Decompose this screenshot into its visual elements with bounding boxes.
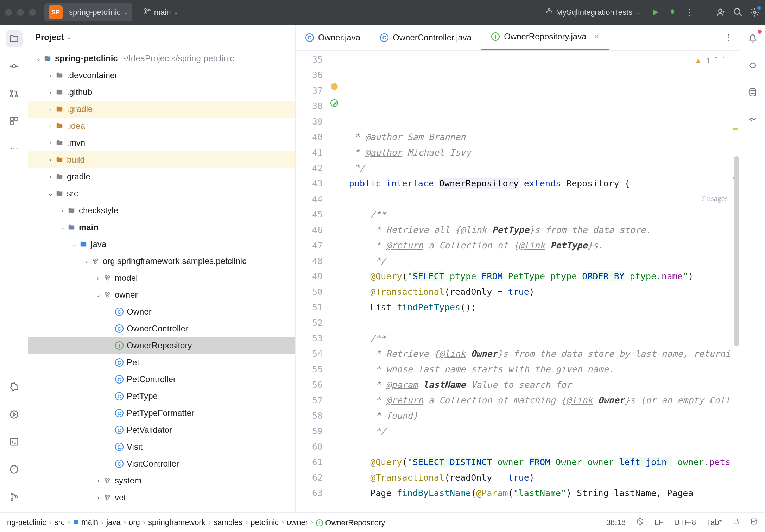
project-selector[interactable]: SP spring-petclinic ⌄ bbox=[44, 3, 132, 21]
tree-node[interactable]: ›model bbox=[28, 270, 295, 286]
tree-node[interactable]: ›.mvn bbox=[28, 134, 295, 151]
prev-highlight-icon[interactable]: ˄ bbox=[714, 53, 718, 68]
tree-node[interactable]: ⌄main bbox=[28, 219, 295, 236]
tree-arrow[interactable]: › bbox=[47, 89, 53, 96]
problems-toolwindow-button[interactable] bbox=[6, 461, 23, 478]
tree-arrow[interactable]: ⌄ bbox=[83, 257, 89, 265]
project-toolwindow-button[interactable] bbox=[6, 30, 23, 47]
terminal-toolwindow-button[interactable] bbox=[6, 433, 23, 450]
window-controls[interactable] bbox=[5, 9, 36, 16]
code-with-me-button[interactable] bbox=[716, 7, 726, 18]
tree-node[interactable]: IOwnerRepository bbox=[28, 337, 295, 354]
breadcrumb-item[interactable]: petclinic bbox=[251, 518, 278, 527]
tree-node[interactable]: CPet bbox=[28, 354, 295, 371]
indent-settings[interactable]: Tab* bbox=[707, 518, 722, 527]
tree-node[interactable]: CPetController bbox=[28, 371, 295, 388]
notifications-button[interactable] bbox=[744, 30, 761, 47]
tree-node[interactable]: ›.idea bbox=[28, 118, 295, 134]
tree-node[interactable]: CVisit bbox=[28, 438, 295, 455]
breadcrumb-item[interactable]: main bbox=[73, 518, 98, 527]
minimize-window[interactable] bbox=[17, 9, 24, 16]
close-window[interactable] bbox=[5, 9, 12, 16]
tree-node[interactable]: ›checkstyle bbox=[28, 202, 295, 219]
tree-node[interactable]: ⌄java bbox=[28, 236, 295, 253]
tree-arrow[interactable]: › bbox=[47, 156, 53, 164]
ai-assistant-button[interactable] bbox=[744, 57, 761, 74]
run-config-selector[interactable]: MySqlIntegrationTests ⌄ bbox=[541, 5, 644, 20]
debug-button[interactable] bbox=[667, 7, 678, 18]
editor-tabs-more[interactable]: ⋮ bbox=[718, 25, 740, 50]
breadcrumb-item[interactable]: org bbox=[129, 518, 140, 527]
more-actions-button[interactable]: ⋮ bbox=[684, 7, 695, 18]
tree-arrow[interactable]: › bbox=[47, 122, 53, 130]
editor-gutter[interactable]: 3536373839404142434445464748495051525354… bbox=[296, 51, 329, 512]
code-editor[interactable]: 3536373839404142434445464748495051525354… bbox=[296, 51, 740, 512]
tree-arrow[interactable]: › bbox=[95, 274, 101, 282]
tree-arrow[interactable]: ⌄ bbox=[35, 55, 42, 62]
tree-node[interactable]: ›.gradle bbox=[28, 101, 295, 118]
build-toolwindow-button[interactable] bbox=[6, 379, 23, 395]
tree-arrow[interactable]: › bbox=[95, 494, 101, 501]
vcs-branch-selector[interactable]: main ⌄ bbox=[139, 5, 183, 19]
inspection-widget[interactable]: ▲ 1 ˄ ˅ bbox=[694, 53, 726, 68]
structure-toolwindow-button[interactable] bbox=[6, 113, 23, 129]
breadcrumb-item[interactable]: IOwnerRepository bbox=[316, 517, 385, 527]
file-encoding[interactable]: UTF-8 bbox=[674, 518, 696, 527]
tree-arrow[interactable]: › bbox=[59, 207, 65, 214]
tree-node[interactable]: CPetType bbox=[28, 388, 295, 405]
editor-tab[interactable]: COwner.java bbox=[296, 25, 370, 50]
readonly-lock-icon[interactable] bbox=[733, 518, 740, 527]
maven-gradle-button[interactable] bbox=[744, 110, 761, 127]
breadcrumb-item[interactable]: ng-petclinic bbox=[7, 518, 46, 527]
tree-node[interactable]: CPetTypeFormatter bbox=[28, 405, 295, 422]
breadcrumb-item[interactable]: src bbox=[55, 518, 65, 527]
tree-node[interactable]: ›vet bbox=[28, 489, 295, 506]
database-toolwindow-button[interactable] bbox=[744, 84, 761, 101]
pull-requests-button[interactable] bbox=[6, 85, 23, 102]
readonly-toggle[interactable] bbox=[636, 518, 644, 527]
tree-node[interactable]: ›.github bbox=[28, 84, 295, 101]
line-separator[interactable]: LF bbox=[655, 518, 664, 527]
tree-node[interactable]: ⌄org.springframework.samples.petclinic bbox=[28, 253, 295, 270]
tree-node[interactable]: ›system bbox=[28, 472, 295, 489]
tree-node[interactable]: ›gradle bbox=[28, 168, 295, 185]
editor-tab[interactable]: COwnerController.java bbox=[370, 25, 481, 50]
settings-button[interactable] bbox=[750, 7, 760, 18]
editor-content[interactable]: ▲ 1 ˄ ˅ 7 usages * @author Sam Brannen *… bbox=[346, 51, 733, 512]
intention-bulb-icon[interactable] bbox=[331, 83, 338, 90]
zoom-window[interactable] bbox=[29, 9, 36, 16]
memory-indicator[interactable] bbox=[750, 518, 758, 527]
tree-node[interactable]: ›.devcontainer bbox=[28, 67, 295, 84]
tree-arrow[interactable]: › bbox=[95, 477, 101, 484]
navigation-bar[interactable]: ng-petclinic›src›main›java›org›springfra… bbox=[7, 517, 385, 527]
breadcrumb-item[interactable]: java bbox=[106, 518, 120, 527]
tree-arrow[interactable]: › bbox=[47, 139, 53, 147]
tree-arrow[interactable]: ⌄ bbox=[47, 190, 53, 197]
project-tree[interactable]: ⌄spring-petclinic~/IdeaProjects/spring-p… bbox=[28, 50, 295, 512]
close-tab-icon[interactable]: ✕ bbox=[594, 32, 600, 41]
tree-arrow[interactable]: ⌄ bbox=[59, 223, 65, 231]
search-everywhere-button[interactable] bbox=[733, 7, 743, 18]
breadcrumb-item[interactable]: springframework bbox=[148, 518, 206, 527]
tree-node[interactable]: ⌄src bbox=[28, 185, 295, 202]
tree-node[interactable]: COwnerController bbox=[28, 320, 295, 337]
breadcrumb-item[interactable]: owner bbox=[287, 518, 308, 527]
tree-arrow[interactable]: › bbox=[47, 72, 53, 79]
breadcrumb-item[interactable]: samples bbox=[214, 518, 242, 527]
tree-node[interactable]: ⌄spring-petclinic~/IdeaProjects/spring-p… bbox=[28, 50, 295, 67]
vcs-toolwindow-button[interactable] bbox=[6, 488, 23, 505]
run-toolwindow-button[interactable] bbox=[6, 406, 23, 423]
tree-node[interactable]: ⌄owner bbox=[28, 286, 295, 303]
tree-node[interactable]: ›build bbox=[28, 151, 295, 168]
tree-node[interactable]: CVisitController bbox=[28, 455, 295, 472]
tree-arrow[interactable]: › bbox=[47, 106, 53, 113]
tree-arrow[interactable]: ⌄ bbox=[95, 291, 101, 299]
tree-arrow[interactable]: ⌄ bbox=[71, 240, 77, 248]
caret-position[interactable]: 38:18 bbox=[606, 518, 626, 527]
tree-arrow[interactable]: › bbox=[47, 173, 53, 180]
run-button[interactable] bbox=[650, 7, 661, 18]
editor-error-stripe[interactable] bbox=[733, 51, 740, 512]
editor-tab[interactable]: IOwnerRepository.java✕ bbox=[481, 25, 609, 50]
commit-toolwindow-button[interactable] bbox=[6, 58, 23, 75]
more-toolwindows-button[interactable]: ⋯ bbox=[6, 140, 23, 157]
